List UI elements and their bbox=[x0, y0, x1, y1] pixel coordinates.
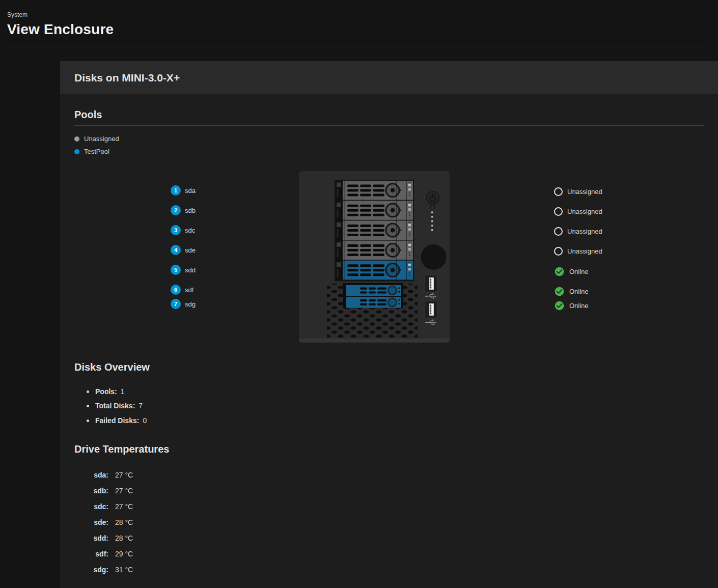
temperature-label: sda: bbox=[74, 471, 108, 479]
temperature-label: sde: bbox=[74, 518, 108, 526]
page-title: View Enclosure bbox=[7, 22, 711, 37]
enclosure-tray-4[interactable] bbox=[336, 241, 413, 260]
page-divider bbox=[7, 46, 711, 46]
disks-overview-list: Pools:1 Total Disks:7 Failed Disks:0 bbox=[74, 384, 704, 428]
front-round-cover bbox=[421, 244, 447, 270]
temperature-row: sdf: 29 °C bbox=[74, 546, 704, 562]
temperature-value: 28 °C bbox=[115, 534, 133, 542]
card-header: Disks on MINI-3.0-X+ bbox=[60, 61, 718, 94]
temperature-label: sdg: bbox=[74, 566, 108, 574]
unassigned-circle-icon bbox=[554, 227, 563, 236]
temperature-label: sdc: bbox=[74, 502, 108, 511]
disk-label-row: 7 sdg bbox=[171, 298, 196, 310]
temperature-value: 28 °C bbox=[115, 518, 133, 526]
card-body: Pools Unassigned TestPool bbox=[60, 94, 718, 588]
disk-status-label: Unassigned bbox=[567, 228, 602, 235]
enclosure-card: Disks on MINI-3.0-X+ Pools Unassigned Te… bbox=[60, 61, 718, 588]
temperature-value: 29 °C bbox=[115, 550, 133, 558]
temperature-label: sdb: bbox=[74, 487, 108, 495]
temperature-value: 27 °C bbox=[115, 502, 133, 511]
power-button-icon bbox=[427, 191, 439, 204]
enclosure-tray-2[interactable] bbox=[336, 201, 413, 220]
disks-overview-heading: Disks Overview bbox=[74, 343, 704, 378]
pool-color-dot bbox=[74, 149, 79, 154]
enclosure-tray-7[interactable] bbox=[346, 297, 401, 308]
enclosure-tray-1[interactable] bbox=[336, 181, 413, 200]
disk-label-row: 4 sde bbox=[171, 244, 196, 256]
disk-status-label: Online bbox=[569, 302, 589, 310]
disk-status-label: Online bbox=[569, 288, 589, 295]
disk-slot-badge: 6 bbox=[171, 285, 181, 295]
disk-status-row: Online bbox=[554, 286, 589, 297]
temperature-row: sda: 27 °C bbox=[74, 467, 704, 483]
enclosure-bottom-trim bbox=[299, 339, 449, 342]
disk-name: sdc bbox=[185, 227, 195, 234]
disk-status-label: Unassigned bbox=[567, 188, 602, 195]
disk-label-row: 1 sda bbox=[171, 185, 196, 196]
disk-status-label: Online bbox=[569, 268, 589, 275]
disk-status-row: Unassigned bbox=[554, 226, 602, 237]
drive-temperatures-heading: Drive Temperatures bbox=[74, 428, 704, 460]
overview-item-label: Failed Disks: bbox=[95, 416, 139, 425]
overview-item-value: 7 bbox=[139, 402, 143, 410]
unassigned-circle-icon bbox=[554, 187, 563, 196]
disk-status-label: Unassigned bbox=[567, 247, 602, 255]
unassigned-circle-icon bbox=[554, 207, 563, 216]
disk-slot-badge: 4 bbox=[171, 245, 181, 255]
card-title: Disks on MINI-3.0-X+ bbox=[74, 72, 180, 84]
breadcrumb-system[interactable]: System bbox=[7, 11, 711, 18]
pool-legend-label: TestPool bbox=[84, 148, 109, 155]
disk-name: sdb bbox=[185, 207, 196, 214]
disk-label-row: 3 sdc bbox=[171, 225, 195, 236]
temperature-label: sdf: bbox=[74, 550, 108, 558]
overview-item: Pools:1 bbox=[74, 384, 704, 399]
unassigned-circle-icon bbox=[554, 247, 563, 256]
overview-item-label: Pools: bbox=[95, 387, 117, 396]
pool-color-dot bbox=[74, 136, 79, 142]
pool-legend-item: Unassigned bbox=[74, 132, 704, 145]
disk-status-row: Unassigned bbox=[554, 186, 602, 197]
pool-legend-label: Unassigned bbox=[84, 135, 119, 143]
usb-port-2 bbox=[425, 301, 438, 318]
overview-item-value: 1 bbox=[121, 387, 125, 396]
temperature-row: sde: 28 °C bbox=[74, 514, 704, 530]
disk-slot-badge: 7 bbox=[171, 299, 181, 309]
disk-name: sde bbox=[185, 246, 196, 254]
disk-status-label: Unassigned bbox=[567, 208, 602, 215]
enclosure-image bbox=[299, 171, 450, 343]
enclosure-tray-5[interactable] bbox=[336, 261, 413, 280]
online-check-icon bbox=[554, 286, 565, 297]
pools-heading: Pools bbox=[74, 94, 704, 126]
overview-item-value: 0 bbox=[143, 416, 147, 425]
disk-name: sdg bbox=[185, 300, 196, 308]
page: System View Enclosure Disks on MINI-3.0-… bbox=[0, 0, 718, 588]
drive-temperatures-list: sda: 27 °C sdb: 27 °C sdc: 27 °C sd bbox=[74, 467, 704, 577]
temperature-value: 31 °C bbox=[115, 566, 133, 574]
disk-slot-badge: 3 bbox=[171, 225, 181, 235]
online-check-icon bbox=[554, 266, 565, 277]
overview-item: Total Disks:7 bbox=[74, 399, 704, 413]
disk-slot-badge: 1 bbox=[171, 185, 181, 195]
temperature-label: sdd: bbox=[74, 534, 108, 542]
enclosure-tray-3[interactable] bbox=[336, 220, 413, 240]
temperature-row: sdg: 31 °C bbox=[74, 562, 704, 577]
disk-status-row: Unassigned bbox=[554, 245, 602, 257]
page-header: System View Enclosure bbox=[0, 0, 718, 37]
disk-status-row: Online bbox=[554, 300, 589, 311]
disk-slot-badge: 2 bbox=[171, 205, 181, 215]
online-check-icon bbox=[554, 300, 565, 311]
enclosure-view: 1 sda 2 sdb 3 sdc bbox=[74, 171, 704, 343]
disk-slot-badge: 5 bbox=[171, 265, 181, 275]
disk-label-row: 5 sdd bbox=[171, 264, 196, 275]
disk-label-row: 6 sdf bbox=[171, 284, 194, 295]
disk-status-row: Online bbox=[554, 266, 589, 277]
temperature-value: 27 °C bbox=[115, 471, 133, 479]
overview-item: Failed Disks:0 bbox=[74, 413, 704, 428]
disk-name: sda bbox=[185, 187, 196, 194]
disk-status-row: Unassigned bbox=[554, 206, 602, 217]
enclosure-tray-6[interactable] bbox=[346, 285, 401, 296]
overview-item-label: Total Disks: bbox=[95, 402, 135, 410]
usb-port-1 bbox=[425, 275, 438, 292]
temperature-row: sdd: 28 °C bbox=[74, 530, 704, 546]
disk-label-row: 2 sdb bbox=[171, 205, 196, 216]
